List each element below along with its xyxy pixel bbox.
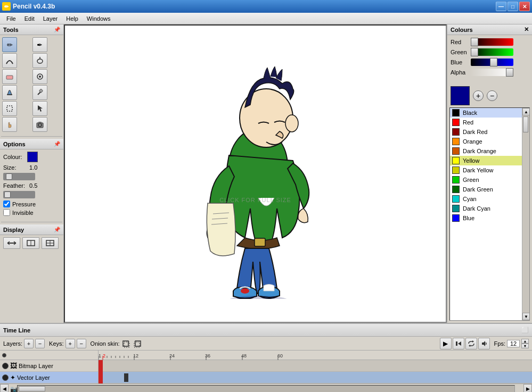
green-slider[interactable]: [471, 48, 513, 56]
rewind-button[interactable]: [453, 338, 464, 349]
colour-add-button[interactable]: +: [473, 90, 484, 101]
colours-close[interactable]: ✕: [524, 26, 529, 33]
tools-pin[interactable]: 📌: [54, 27, 60, 32]
timeline-expand[interactable]: ⬜: [521, 327, 529, 333]
invisible-checkbox[interactable]: [3, 209, 10, 216]
colour-item-yellow[interactable]: Yellow: [450, 156, 522, 165]
colour-swatch[interactable]: [27, 152, 38, 162]
colour-list-wrapper: Black Red Dark Red Orange Dark Orange: [449, 107, 530, 321]
colour-item-black[interactable]: Black: [450, 108, 522, 118]
colour-remove-button[interactable]: −: [487, 90, 497, 101]
colours-header: Colours ✕: [447, 24, 532, 35]
hscroll-left[interactable]: ◀: [0, 384, 9, 393]
display-btn-2[interactable]: [22, 237, 39, 249]
colour-scroll-up[interactable]: ▲: [522, 108, 530, 115]
keyframe-1[interactable]: [124, 373, 128, 382]
feather-value: 0.5: [29, 182, 37, 189]
svg-marker-37: [482, 341, 485, 346]
menu-help[interactable]: Help: [62, 14, 83, 23]
vector-visibility[interactable]: [2, 374, 9, 381]
canvas-watermark: CLICK FOR FULL SIZE: [219, 197, 291, 203]
tool-pencil[interactable]: ✏: [2, 37, 17, 52]
colour-item-green[interactable]: Green: [450, 175, 522, 185]
right-panel: Colours ✕ Red Green Blue Alpha: [447, 24, 532, 323]
add-layer-button[interactable]: +: [24, 339, 34, 348]
colour-name-blue: Blue: [463, 215, 474, 221]
tool-hand[interactable]: [2, 117, 17, 132]
colour-item-dark-cyan[interactable]: Dark Cyan: [450, 204, 522, 213]
add-key-button[interactable]: +: [66, 339, 75, 348]
menu-edit[interactable]: Edit: [20, 14, 39, 23]
colour-label: Colour:: [3, 154, 27, 160]
tool-bucket[interactable]: [2, 85, 17, 100]
menu-windows[interactable]: Windows: [83, 14, 115, 23]
fps-down[interactable]: ▼: [521, 344, 529, 348]
colour-item-dark-orange[interactable]: Dark Orange: [450, 146, 522, 156]
hscroll-right[interactable]: ▶: [523, 384, 532, 393]
tool-selection[interactable]: [2, 101, 17, 116]
bitmap-track[interactable]: [99, 360, 532, 372]
size-slider[interactable]: [3, 173, 35, 180]
colour-list-scrollbar: ▲ ▼: [522, 108, 529, 320]
tools-panel-header: Tools 📌: [0, 24, 63, 35]
maximize-button[interactable]: □: [508, 2, 518, 11]
minimize-button[interactable]: —: [496, 2, 506, 11]
vector-track[interactable]: [99, 372, 532, 383]
svg-rect-24: [255, 238, 265, 246]
colour-preview-swatch[interactable]: [451, 86, 470, 105]
menu-file[interactable]: File: [2, 14, 20, 23]
layer-vector[interactable]: ✦ Vector Layer: [0, 372, 98, 383]
tool-smudge[interactable]: [32, 69, 47, 84]
menu-bar: File Edit Layer Help Windows: [0, 13, 532, 24]
colour-item-blue[interactable]: Blue: [450, 213, 522, 223]
layer-bitmap[interactable]: 🖼 Bitmap Layer: [0, 360, 98, 372]
blue-label: Blue: [451, 59, 471, 65]
tool-lasso[interactable]: [32, 53, 47, 68]
hscroll-thumb[interactable]: [19, 386, 45, 391]
svg-rect-8: [7, 106, 12, 111]
close-button[interactable]: ✕: [519, 2, 530, 11]
colour-item-red[interactable]: Red: [450, 118, 522, 127]
onion-prev-button[interactable]: [121, 339, 131, 348]
loop-button[interactable]: [465, 338, 477, 349]
tool-eyedropper[interactable]: [32, 85, 47, 100]
green-label: Green: [451, 49, 471, 55]
remove-key-button[interactable]: −: [77, 339, 86, 348]
canvas-area[interactable]: CLICK FOR FULL SIZE: [64, 24, 447, 323]
colour-item-cyan[interactable]: Cyan: [450, 194, 522, 204]
colour-item-dark-yellow[interactable]: Dark Yellow: [450, 165, 522, 175]
fps-up[interactable]: ▲: [521, 339, 529, 344]
options-pin[interactable]: 📌: [54, 141, 60, 147]
colour-name-dark-green: Dark Green: [463, 186, 493, 193]
feather-slider[interactable]: [3, 191, 35, 198]
display-pin[interactable]: 📌: [54, 227, 60, 232]
tool-pen[interactable]: ✒: [32, 37, 47, 52]
menu-layer[interactable]: Layer: [39, 14, 62, 23]
blue-slider[interactable]: [471, 59, 513, 66]
fps-spinner: ▲ ▼: [521, 339, 529, 348]
onion-next-button[interactable]: [133, 339, 142, 348]
colour-scroll-down[interactable]: ▼: [522, 313, 530, 320]
svg-marker-35: [472, 340, 474, 343]
colour-item-dark-green[interactable]: Dark Green: [450, 185, 522, 194]
tool-bezier[interactable]: [2, 53, 17, 68]
tool-camera[interactable]: [32, 117, 47, 132]
play-button[interactable]: ▶: [440, 338, 452, 349]
pressure-checkbox[interactable]: [3, 201, 10, 207]
colour-item-dark-red[interactable]: Dark Red: [450, 127, 522, 137]
svg-rect-2: [6, 76, 13, 79]
bitmap-visibility[interactable]: [2, 363, 9, 369]
display-btn-3[interactable]: [42, 237, 59, 249]
colour-scroll-thumb[interactable]: [523, 116, 528, 132]
tool-eraser[interactable]: [2, 69, 17, 84]
colour-item-orange[interactable]: Orange: [450, 137, 522, 146]
tool-pointer[interactable]: [32, 101, 47, 116]
main-layout: Tools 📌 ✏ ✒: [0, 24, 532, 323]
alpha-slider[interactable]: [471, 69, 513, 76]
display-btn-1[interactable]: [3, 237, 20, 249]
red-slider[interactable]: [471, 38, 513, 46]
colours-label: Colours: [451, 27, 473, 33]
size-value: 1.0: [29, 164, 37, 171]
remove-layer-button[interactable]: −: [35, 339, 45, 348]
sound-button[interactable]: [478, 338, 490, 349]
